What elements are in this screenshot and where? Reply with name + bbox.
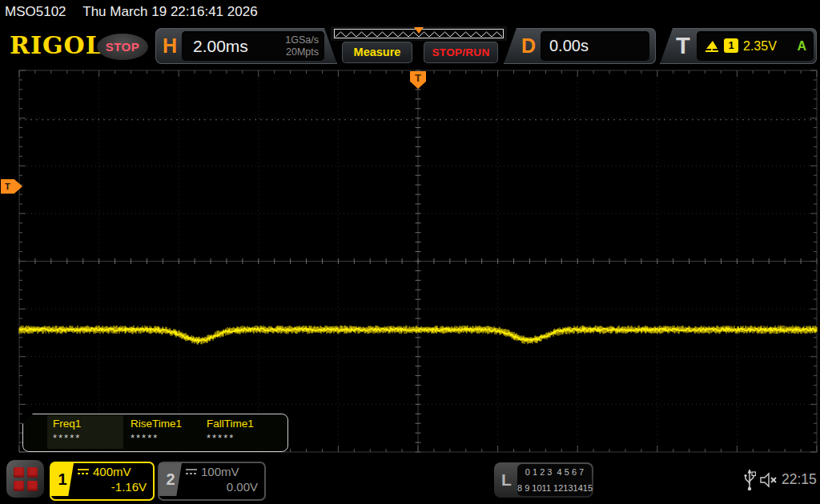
- timebase-display: 2.00ms 1GSa/s 20Mpts: [182, 31, 324, 61]
- bottom-status-bar: 1 400mV -1.16V 2 100mV 0.00V L: [0, 456, 820, 504]
- measurement-value: *****: [53, 432, 81, 444]
- timebase-value: 2.00ms: [193, 31, 248, 61]
- measurement-value: *****: [131, 432, 182, 444]
- channel2-badge[interactable]: 2 100mV 0.00V: [158, 462, 266, 501]
- acquisition-info: 1GSa/s 20Mpts: [285, 34, 319, 58]
- logic-channels-badge[interactable]: L 0 1 2 3 4 5 6 7 8 9 1011 12131415: [494, 462, 593, 498]
- measurement-panel[interactable]: Freq1 ***** RiseTime1 ***** FallTime1 **…: [22, 414, 288, 452]
- logic-label: L: [501, 462, 512, 498]
- measurement-name: Freq1: [53, 418, 81, 430]
- measure-button[interactable]: Measure: [342, 42, 412, 63]
- memory-depth-value: 20Mpts: [285, 46, 319, 58]
- rigol-logo: RIGOL: [10, 31, 103, 59]
- top-status-bar: MSO5102 Thu March 19 22:16:41 2026: [0, 0, 820, 24]
- delay-value: 0.00s: [549, 31, 589, 61]
- clock-label: 22:15: [782, 471, 817, 488]
- dc-coupling-icon: [185, 467, 198, 476]
- measurement-name: FallTime1: [207, 418, 254, 430]
- sample-rate-value: 1GSa/s: [285, 34, 319, 46]
- measurement-item[interactable]: Freq1 *****: [53, 418, 81, 444]
- channel1-scale: 400mV: [93, 465, 131, 478]
- dc-coupling-icon: [77, 467, 90, 476]
- horizontal-label: H: [163, 28, 177, 64]
- oscilloscope-screen: MSO5102 Thu March 19 22:16:41 2026 RIGOL…: [0, 0, 820, 504]
- usb-icon: [743, 468, 756, 492]
- channel2-offset: 0.00V: [227, 480, 258, 494]
- channel2-number: 2: [159, 463, 182, 496]
- mute-speaker-icon: [759, 471, 779, 489]
- channel1-offset: -1.16V: [111, 480, 147, 494]
- trigger-sweep-mode: A: [797, 31, 806, 61]
- trigger-label: T: [676, 28, 690, 64]
- delay-display: 0.00s: [541, 31, 649, 61]
- memory-position-marker-icon[interactable]: [414, 27, 424, 34]
- waveform-display-area: T T 1 Freq1 ***** RiseTime1 ***** FallTi…: [0, 67, 820, 456]
- trigger-panel[interactable]: T 1 2.35V A: [660, 28, 817, 64]
- horizontal-panel[interactable]: H 2.00ms 1GSa/s 20Mpts: [155, 28, 337, 64]
- channel1-number: 1: [51, 463, 74, 496]
- measurement-name: RiseTime1: [131, 418, 182, 430]
- acquisition-status-badge: STOP: [97, 34, 148, 60]
- stop-run-button[interactable]: STOP/RUN: [424, 42, 498, 63]
- channel1-badge[interactable]: 1 400mV -1.16V: [50, 462, 155, 501]
- delay-label: D: [521, 28, 536, 64]
- header-bar: RIGOL STOP H 2.00ms 1GSa/s 20Mpts Measur…: [0, 24, 820, 67]
- channel2-scale: 100mV: [201, 465, 239, 478]
- measurement-item[interactable]: FallTime1 *****: [207, 418, 254, 444]
- measurement-value: *****: [207, 432, 254, 444]
- trigger-display: 1 2.35V A: [697, 31, 814, 61]
- logic-channel-list: 0 1 2 3 4 5 6 7 8 9 1011 12131415: [517, 464, 592, 496]
- edge-trigger-icon: [703, 38, 721, 54]
- model-label: MSO5102: [5, 4, 66, 19]
- scope-graticule-and-trace: [0, 67, 820, 456]
- menu-button[interactable]: [6, 460, 44, 498]
- delay-panel[interactable]: D 0.00s: [504, 28, 656, 64]
- menu-grid-icon: [14, 467, 37, 490]
- datetime-label: Thu March 19 22:16:41 2026: [82, 4, 257, 19]
- measurement-item[interactable]: RiseTime1 *****: [131, 418, 182, 444]
- logic-row: 8 9 1011 12131415: [517, 481, 592, 496]
- trigger-source-badge: 1: [724, 38, 738, 53]
- logic-row: 0 1 2 3 4 5 6 7: [517, 465, 592, 480]
- trigger-level-value: 2.35V: [743, 31, 777, 61]
